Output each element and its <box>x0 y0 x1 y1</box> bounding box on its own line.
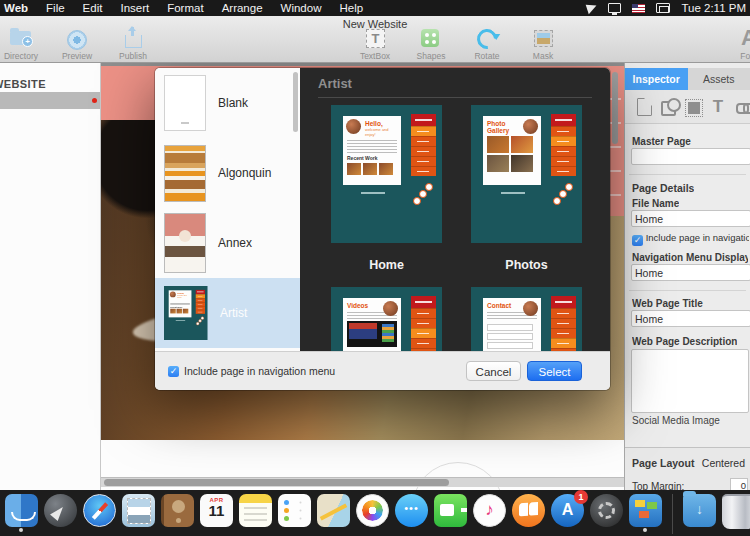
paper-plane-icon[interactable] <box>586 2 599 15</box>
include-nav-checkbox-row[interactable]: ✓ Include page in navigation menu <box>168 365 335 377</box>
mini-contact-form <box>487 324 537 352</box>
template-row-artist[interactable]: Hello,welcome and enjoy!Recent WorkArtis… <box>155 278 300 348</box>
mini-ribbon-menu-item <box>411 318 436 328</box>
toolbar-publish-button[interactable]: Publish <box>110 27 156 61</box>
template-page-home[interactable]: Hello,welcome and enjoy!Recent Work <box>331 105 442 243</box>
sidebar-page-row[interactable] <box>0 92 100 109</box>
toolbar-textbox-button[interactable]: TTextBox <box>352 27 398 61</box>
text-icon[interactable]: T <box>709 98 727 116</box>
dock-itunes-icon[interactable]: ♪ <box>473 494 506 532</box>
checkbox-checked-icon[interactable]: ✓ <box>632 235 643 246</box>
metrics-icon[interactable] <box>688 102 700 114</box>
template-list-scrollbar[interactable] <box>293 72 298 132</box>
master-page-dropdown[interactable] <box>631 148 750 165</box>
menu-arrange[interactable]: Arrange <box>213 2 272 14</box>
template-thumbnail-annex <box>164 213 206 273</box>
master-page-label: Master Page <box>632 136 691 147</box>
template-row-annex[interactable]: Annex <box>155 208 300 278</box>
scrollbar-thumb[interactable] <box>104 479 449 486</box>
menu-format[interactable]: Format <box>158 2 212 14</box>
screen-sharing-icon[interactable] <box>656 3 670 13</box>
template-name: Annex <box>218 236 252 250</box>
toolbar-shapes-button[interactable]: Shapes <box>408 27 454 61</box>
dock-notes-icon[interactable] <box>239 494 272 532</box>
menu-clock[interactable]: Tue 2:11 PM <box>681 2 746 14</box>
dock-mail-icon[interactable] <box>122 494 155 532</box>
template-row-algonquin[interactable]: Algonquin <box>155 138 300 208</box>
us-flag-icon[interactable] <box>632 4 645 13</box>
dock-messages-icon[interactable]: ••• <box>395 494 428 532</box>
contacts-app-icon <box>161 494 194 527</box>
canvas-horizontal-scrollbar[interactable] <box>100 477 625 487</box>
dock-ibooks-icon[interactable] <box>512 494 545 532</box>
template-preview-pane: Artist Hello,welcome and enjoy!Recent Wo… <box>300 68 610 352</box>
menu-file[interactable]: File <box>37 2 74 14</box>
web-page-title-input[interactable] <box>631 310 750 327</box>
template-row-blank[interactable]: Blank <box>155 68 300 138</box>
eye-icon <box>65 27 89 49</box>
file-name-input[interactable] <box>631 210 750 227</box>
toolbar-mask-button[interactable]: Mask <box>520 27 566 61</box>
toolbar-rotate-button[interactable]: Rotate <box>464 27 510 61</box>
nav-display-name-label: Navigation Menu Display Name <box>632 252 748 263</box>
template-chooser-dialog: BlankAlgonquinAnnexHello,welcome and enj… <box>155 68 610 390</box>
separator <box>629 290 746 291</box>
separator <box>629 174 746 175</box>
dock-preferences-icon[interactable] <box>590 494 623 532</box>
menu-web[interactable]: Web <box>0 2 37 14</box>
mini-card: Photo Gallery <box>483 116 541 185</box>
template-name: Artist <box>220 306 247 320</box>
dock-appstore-icon[interactable]: A1 <box>551 494 584 532</box>
dock-photos-icon[interactable] <box>356 494 389 532</box>
include-nav-checkbox-row[interactable]: ✓ Include page in navigation menu <box>632 232 749 246</box>
template-page-contact[interactable]: Contact <box>471 287 582 352</box>
mini-ribbon-menu-item <box>195 310 205 314</box>
template-page-videos[interactable]: Videos <box>331 287 442 352</box>
toolbar-directory-button[interactable]: Directory <box>0 27 44 61</box>
app-store-badge: 1 <box>574 490 588 504</box>
template-page-photos[interactable]: Photo Gallery <box>471 105 582 243</box>
checkbox-checked-icon[interactable]: ✓ <box>168 366 179 377</box>
dock-safari-icon[interactable] <box>83 494 116 532</box>
mini-photo <box>487 155 509 172</box>
dock-launchpad-icon[interactable] <box>44 494 77 532</box>
mini-card-subtitle: welcome and enjoy! <box>365 127 397 137</box>
dock-contacts-icon[interactable] <box>161 494 194 532</box>
menu-items: WebFileEditInsertFormatArrangeWindowHelp <box>0 2 372 14</box>
page-icon[interactable] <box>637 98 652 116</box>
toolbar-preview-button[interactable]: Preview <box>54 27 100 61</box>
toolbar-fonts-button[interactable]: AFonts <box>728 27 750 61</box>
dock-downloads-icon[interactable] <box>683 494 716 532</box>
link-icon[interactable] <box>736 98 750 116</box>
page-layout-value[interactable]: Centered <box>702 457 745 469</box>
dock-finder-icon[interactable] <box>5 494 38 532</box>
mini-ribbon-header <box>411 296 436 308</box>
dock-facetime-icon[interactable] <box>434 494 467 532</box>
dock-everweb-icon[interactable] <box>629 494 662 532</box>
menu-status-area: Tue 2:11 PM <box>587 2 750 14</box>
display-icon[interactable] <box>608 3 621 13</box>
menu-insert[interactable]: Insert <box>111 2 158 14</box>
social-media-image-label: Social Media Image <box>632 415 720 426</box>
tab-inspector[interactable]: Inspector <box>625 68 688 90</box>
template-mini-page: Hello,welcome and enjoy!Recent Work <box>331 105 442 243</box>
canvas-vertical-scrollbar[interactable] <box>612 72 618 144</box>
web-page-description-textarea[interactable] <box>631 349 749 413</box>
finder-app-icon <box>5 494 38 527</box>
tab-assets[interactable]: Assets <box>688 68 750 90</box>
dock-calendar-icon[interactable]: APR11 <box>200 494 233 532</box>
toolbar-button-label: Shapes <box>417 51 446 61</box>
menu-window[interactable]: Window <box>272 2 331 14</box>
avatar-photo <box>523 301 538 316</box>
template-mini-page: Contact <box>471 287 582 352</box>
nav-display-name-input[interactable] <box>631 264 750 281</box>
dock-trash-icon[interactable] <box>722 494 750 532</box>
cancel-button[interactable]: Cancel <box>466 361 521 381</box>
mini-photo-row <box>347 163 397 175</box>
menu-edit[interactable]: Edit <box>74 2 112 14</box>
dock-maps-icon[interactable] <box>317 494 350 532</box>
menu-help[interactable]: Help <box>330 2 372 14</box>
shape-icon[interactable] <box>661 98 679 116</box>
select-button[interactable]: Select <box>527 361 582 381</box>
dock-reminders-icon[interactable] <box>278 494 311 532</box>
